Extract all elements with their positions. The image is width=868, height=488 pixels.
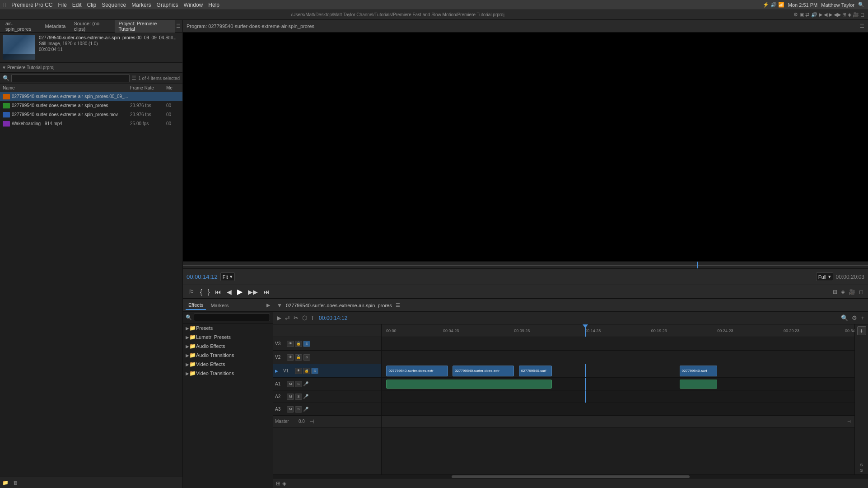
track-master-end[interactable]: ⊣ [309, 418, 314, 425]
next-frame-btn[interactable]: ▶▶ [246, 287, 260, 296]
track-solo-a2[interactable]: S [295, 394, 302, 400]
file-item-0[interactable]: 027799540-surfer-does-extreme-air-spin_p… [0, 92, 182, 101]
menu-window[interactable]: Window [184, 2, 203, 8]
app-name[interactable]: Premiere Pro CC [11, 2, 52, 8]
goto-out-btn[interactable]: ⏭ [261, 287, 271, 296]
timeline-menu-icon[interactable]: ☰ [396, 302, 400, 308]
search-icon[interactable]: 🔍 [3, 75, 9, 81]
tl-settings[interactable]: ⚙ [851, 314, 858, 322]
track-eye-v1[interactable]: 👁 [295, 368, 302, 374]
tab-markers[interactable]: Markers [208, 301, 231, 310]
track-content-v3[interactable] [382, 337, 854, 351]
track-sync-v2[interactable]: S [303, 354, 310, 361]
track-content-a1[interactable] [382, 378, 854, 390]
tab-effects[interactable]: Effects [186, 301, 206, 310]
panel-menu-icon[interactable]: ☰ [176, 23, 181, 29]
track-mic-a1[interactable]: 🎤 [303, 381, 308, 386]
insert-btn[interactable]: ⊞ [832, 288, 838, 296]
file-item-3[interactable]: Wakeboarding - 914.mp4 25.00 fps 00 [0, 119, 182, 128]
clip-v1-2[interactable]: 027799540-surfer-does-extr [453, 366, 514, 376]
export-frame-btn[interactable]: 🎥 [848, 288, 856, 296]
tl-tool-text[interactable]: T [310, 314, 315, 322]
effects-tree-video-effects[interactable]: ▶ 📁 Video Effects [183, 360, 273, 369]
audio-clip-a1-1[interactable] [386, 380, 551, 389]
track-lock-v2[interactable]: 🔒 [295, 354, 302, 361]
tab-air-spin[interactable]: air-spin_prores [2, 20, 41, 33]
clip-v1-1[interactable]: 027799540-surfer-does-extr [386, 366, 448, 376]
track-sync-v1[interactable]: S [311, 368, 318, 374]
timeline-tracks-area[interactable]: 00:00 00:04:23 00:09:23 00:14:23 00:19:2… [382, 324, 854, 474]
menu-file[interactable]: File [58, 2, 66, 8]
track-mute-a2[interactable]: M [287, 394, 294, 400]
menu-graphics[interactable]: Graphics [157, 2, 178, 8]
overwrite-btn[interactable]: ◈ [840, 288, 846, 296]
tl-zoom-out[interactable]: 🔍 [840, 314, 849, 322]
tl-tool-ripple[interactable]: ⇄ [284, 314, 291, 322]
tab-project[interactable]: Project: Premiere Tutorial [115, 20, 175, 33]
menu-markers[interactable]: Markers [131, 2, 151, 8]
clip-v1-3[interactable]: 027799540-surf [519, 366, 552, 376]
track-mic-a2[interactable]: 🎤 [303, 394, 308, 399]
effects-panel-arrow[interactable]: ▶ [266, 302, 270, 308]
file-item-1[interactable]: 027799540-surfer-does-extreme-air-spin_p… [0, 101, 182, 110]
tl-bottom-icon2[interactable]: ◈ [282, 480, 286, 487]
clip-v1-4[interactable]: 027799540-surf [680, 366, 718, 376]
prev-frame-btn[interactable]: ◀ [225, 287, 233, 296]
effects-tree-audio-transitions[interactable]: ▶ 📁 Audio Transitions [183, 351, 273, 360]
track-lock-v3[interactable]: 🔒 [295, 341, 302, 347]
playhead[interactable] [585, 324, 586, 337]
mark-in-btn[interactable]: 🏳 [187, 287, 196, 296]
tl-tool-select[interactable]: ▶ [276, 314, 282, 322]
track-lock-v1[interactable]: 🔒 [303, 368, 310, 374]
effects-tree-presets[interactable]: ▶ 📁 Presets [183, 324, 273, 333]
search-icon[interactable]: 🔍 [858, 2, 864, 8]
col-header-fps[interactable]: Frame Rate [130, 85, 166, 90]
timeline-scrollbar[interactable] [273, 474, 868, 478]
step-back-btn[interactable]: } [206, 287, 212, 296]
tab-metadata[interactable]: Metadata [42, 22, 70, 31]
add-track-button[interactable]: + [857, 326, 866, 335]
mark-out-btn[interactable]: { [198, 287, 204, 296]
track-mute-a3[interactable]: M [287, 406, 294, 413]
effects-tree-audio-effects[interactable]: ▶ 📁 Audio Effects [183, 342, 273, 351]
track-mic-a3[interactable]: 🎤 [303, 407, 308, 412]
col-header-name[interactable]: Name [3, 85, 130, 90]
track-content-a2[interactable] [382, 390, 854, 403]
program-monitor-menu[interactable]: ☰ [860, 23, 864, 29]
tab-source[interactable]: Source: (no clips) [70, 20, 114, 33]
timeline-collapse-icon[interactable]: ▼ [277, 302, 282, 309]
scrubber-head[interactable] [697, 262, 698, 268]
track-eye-v2[interactable]: 👁 [287, 354, 294, 361]
file-item-2[interactable]: 027799540-surfer-does-extreme-air-spin_p… [0, 110, 182, 119]
track-solo-a3[interactable]: S [295, 406, 302, 413]
apple-icon[interactable]:  [4, 1, 6, 9]
effects-search-icon[interactable]: 🔍 [186, 314, 192, 320]
effects-tree-video-transitions[interactable]: ▶ 📁 Video Transitions [183, 369, 273, 378]
track-mute-a1[interactable]: M [287, 381, 294, 387]
track-content-master[interactable]: ⊣ [382, 416, 854, 427]
play-btn[interactable]: ▶ [235, 286, 244, 297]
quality-selector[interactable]: Full ▾ [816, 272, 833, 281]
new-bin-icon[interactable]: 📁 [1, 478, 10, 487]
track-content-v1[interactable]: 027799540-surfer-does-extr 027799540-sur… [382, 364, 854, 378]
effects-tree-lumetri[interactable]: ▶ 📁 Lumetri Presets [183, 333, 273, 342]
tl-tool-slip[interactable]: ⬡ [301, 314, 308, 322]
tl-tool-razor[interactable]: ✂ [293, 314, 299, 322]
track-eye-v3[interactable]: 👁 [287, 341, 294, 347]
settings-btn[interactable]: ◻ [858, 288, 864, 296]
track-content-a3[interactable] [382, 403, 854, 416]
time-ruler[interactable]: 00:00 00:04:23 00:09:23 00:14:23 00:19:2… [382, 324, 854, 337]
timeline-timecode[interactable]: 00:00:14:12 [319, 315, 347, 321]
menu-edit[interactable]: Edit [72, 2, 82, 8]
search-input[interactable] [11, 74, 130, 82]
menu-clip[interactable]: Clip [87, 2, 97, 8]
effects-search-input[interactable] [194, 314, 270, 321]
audio-clip-a1-2[interactable] [680, 380, 718, 389]
list-icon[interactable]: ☰ [131, 75, 136, 81]
timecode-in[interactable]: 00:00:14:12 [187, 273, 218, 280]
fit-selector[interactable]: Fit ▾ [220, 272, 235, 281]
menu-help[interactable]: Help [208, 2, 219, 8]
tl-add-track[interactable]: + [860, 314, 865, 322]
monitor-scrubber[interactable] [183, 261, 868, 268]
track-solo-a1[interactable]: S [295, 381, 302, 387]
